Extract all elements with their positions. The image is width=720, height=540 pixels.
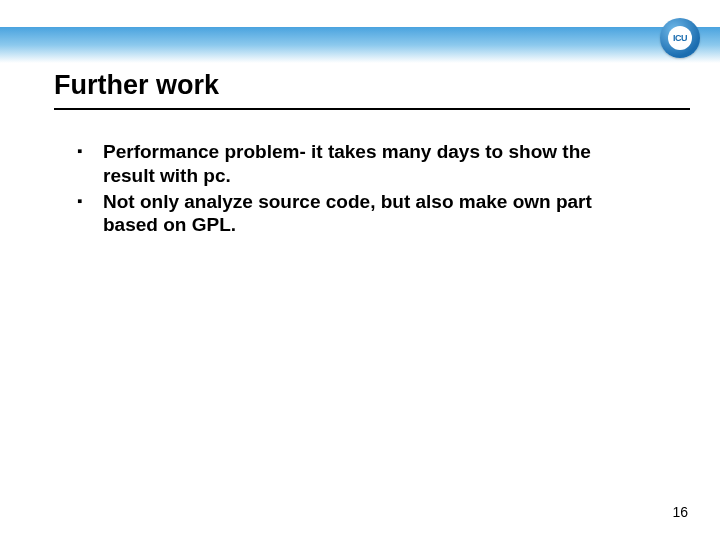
title-underline	[54, 108, 690, 110]
header-gradient-band	[0, 27, 720, 63]
list-item: Performance problem- it takes many days …	[75, 140, 640, 188]
logo-circle-icon: ICU	[660, 18, 700, 58]
logo-text: ICU	[668, 26, 692, 50]
bullet-list: Performance problem- it takes many days …	[75, 140, 640, 237]
page-number: 16	[672, 504, 688, 520]
list-item: Not only analyze source code, but also m…	[75, 190, 640, 238]
content-area: Performance problem- it takes many days …	[75, 140, 640, 239]
page-title: Further work	[54, 70, 219, 101]
logo: ICU	[660, 18, 700, 58]
